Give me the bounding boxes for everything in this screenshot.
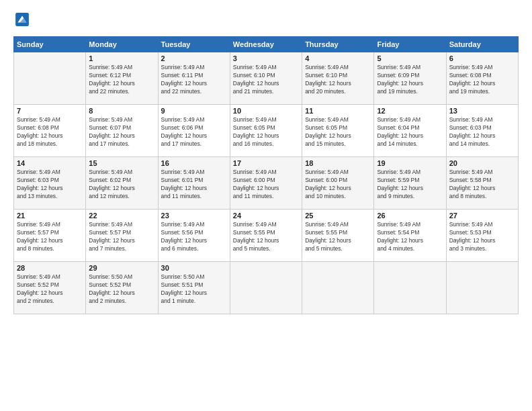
day-info: Sunrise: 5:49 AM Sunset: 6:00 PM Dayligh… — [305, 169, 371, 201]
col-header-monday: Monday — [86, 37, 158, 52]
calendar-cell: 3Sunrise: 5:49 AM Sunset: 6:10 PM Daylig… — [230, 52, 302, 105]
col-header-wednesday: Wednesday — [230, 37, 302, 52]
calendar-cell: 8Sunrise: 5:49 AM Sunset: 6:07 PM Daylig… — [86, 105, 158, 157]
day-info: Sunrise: 5:49 AM Sunset: 6:07 PM Dayligh… — [89, 116, 154, 148]
calendar-cell: 16Sunrise: 5:49 AM Sunset: 6:01 PM Dayli… — [158, 157, 230, 210]
calendar-cell: 15Sunrise: 5:49 AM Sunset: 6:02 PM Dayli… — [86, 157, 158, 210]
calendar-cell: 7Sunrise: 5:49 AM Sunset: 6:08 PM Daylig… — [14, 105, 86, 157]
day-info: Sunrise: 5:49 AM Sunset: 5:55 PM Dayligh… — [233, 221, 299, 253]
day-info: Sunrise: 5:49 AM Sunset: 5:58 PM Dayligh… — [449, 169, 515, 201]
calendar-cell: 13Sunrise: 5:49 AM Sunset: 6:03 PM Dayli… — [446, 105, 518, 157]
calendar-cell: 11Sunrise: 5:49 AM Sunset: 6:05 PM Dayli… — [302, 105, 374, 157]
day-number: 29 — [89, 264, 154, 272]
day-info: Sunrise: 5:50 AM Sunset: 5:51 PM Dayligh… — [161, 273, 227, 306]
calendar-cell: 18Sunrise: 5:49 AM Sunset: 6:00 PM Dayli… — [302, 157, 374, 210]
calendar-cell: 28Sunrise: 5:49 AM Sunset: 5:52 PM Dayli… — [14, 262, 86, 314]
day-number: 20 — [449, 159, 515, 167]
day-number: 28 — [17, 264, 83, 272]
calendar-cell: 25Sunrise: 5:49 AM Sunset: 5:55 PM Dayli… — [302, 210, 374, 262]
calendar-cell — [14, 52, 86, 105]
day-info: Sunrise: 5:49 AM Sunset: 6:08 PM Dayligh… — [17, 116, 83, 148]
day-info: Sunrise: 5:49 AM Sunset: 6:01 PM Dayligh… — [161, 169, 227, 201]
day-number: 21 — [17, 212, 83, 220]
day-info: Sunrise: 5:49 AM Sunset: 6:08 PM Dayligh… — [449, 64, 515, 96]
day-number: 27 — [449, 212, 515, 220]
day-number: 12 — [377, 107, 443, 115]
calendar-week-row: 14Sunrise: 5:49 AM Sunset: 6:03 PM Dayli… — [14, 157, 519, 210]
day-info: Sunrise: 5:49 AM Sunset: 5:59 PM Dayligh… — [377, 169, 443, 201]
calendar-cell: 10Sunrise: 5:49 AM Sunset: 6:05 PM Dayli… — [230, 105, 302, 157]
day-number: 8 — [89, 107, 154, 115]
col-header-thursday: Thursday — [302, 37, 374, 52]
day-info: Sunrise: 5:50 AM Sunset: 5:52 PM Dayligh… — [89, 273, 154, 306]
day-info: Sunrise: 5:49 AM Sunset: 6:03 PM Dayligh… — [17, 169, 83, 201]
calendar-cell: 9Sunrise: 5:49 AM Sunset: 6:06 PM Daylig… — [158, 105, 230, 157]
calendar-cell: 20Sunrise: 5:49 AM Sunset: 5:58 PM Dayli… — [446, 157, 518, 210]
calendar-cell: 23Sunrise: 5:49 AM Sunset: 5:56 PM Dayli… — [158, 210, 230, 262]
day-number: 24 — [233, 212, 299, 220]
day-number: 1 — [89, 54, 154, 62]
day-number: 11 — [305, 107, 371, 115]
day-info: Sunrise: 5:49 AM Sunset: 5:57 PM Dayligh… — [89, 221, 154, 253]
day-info: Sunrise: 5:49 AM Sunset: 6:11 PM Dayligh… — [161, 64, 227, 96]
day-number: 7 — [17, 107, 83, 115]
day-info: Sunrise: 5:49 AM Sunset: 6:06 PM Dayligh… — [161, 116, 227, 148]
calendar-week-row: 7Sunrise: 5:49 AM Sunset: 6:08 PM Daylig… — [14, 105, 519, 157]
calendar-cell: 2Sunrise: 5:49 AM Sunset: 6:11 PM Daylig… — [158, 52, 230, 105]
day-number: 30 — [161, 264, 227, 272]
day-number: 23 — [161, 212, 227, 220]
col-header-friday: Friday — [374, 37, 446, 52]
calendar-cell: 14Sunrise: 5:49 AM Sunset: 6:03 PM Dayli… — [14, 157, 86, 210]
day-info: Sunrise: 5:49 AM Sunset: 6:05 PM Dayligh… — [305, 116, 371, 148]
page-header — [13, 12, 519, 30]
day-info: Sunrise: 5:49 AM Sunset: 6:10 PM Dayligh… — [305, 64, 371, 96]
day-info: Sunrise: 5:49 AM Sunset: 6:04 PM Dayligh… — [377, 116, 443, 148]
calendar-week-row: 1Sunrise: 5:49 AM Sunset: 6:12 PM Daylig… — [14, 52, 519, 105]
col-header-sunday: Sunday — [14, 37, 86, 52]
day-number: 3 — [233, 54, 299, 62]
day-info: Sunrise: 5:49 AM Sunset: 6:03 PM Dayligh… — [449, 116, 515, 148]
day-info: Sunrise: 5:49 AM Sunset: 6:10 PM Dayligh… — [233, 64, 299, 96]
calendar-cell — [374, 262, 446, 314]
calendar-cell: 29Sunrise: 5:50 AM Sunset: 5:52 PM Dayli… — [86, 262, 158, 314]
calendar-cell: 12Sunrise: 5:49 AM Sunset: 6:04 PM Dayli… — [374, 105, 446, 157]
day-info: Sunrise: 5:49 AM Sunset: 6:02 PM Dayligh… — [89, 169, 154, 201]
calendar-table: SundayMondayTuesdayWednesdayThursdayFrid… — [13, 36, 519, 314]
day-info: Sunrise: 5:49 AM Sunset: 6:09 PM Dayligh… — [377, 64, 443, 96]
calendar-week-row: 28Sunrise: 5:49 AM Sunset: 5:52 PM Dayli… — [14, 262, 519, 314]
calendar-cell: 6Sunrise: 5:49 AM Sunset: 6:08 PM Daylig… — [446, 52, 518, 105]
day-number: 13 — [449, 107, 515, 115]
col-header-tuesday: Tuesday — [158, 37, 230, 52]
calendar-cell: 21Sunrise: 5:49 AM Sunset: 5:57 PM Dayli… — [14, 210, 86, 262]
day-info: Sunrise: 5:49 AM Sunset: 5:55 PM Dayligh… — [305, 221, 371, 253]
day-number: 5 — [377, 54, 443, 62]
calendar-cell — [446, 262, 518, 314]
day-number: 22 — [89, 212, 154, 220]
calendar-cell: 30Sunrise: 5:50 AM Sunset: 5:51 PM Dayli… — [158, 262, 230, 314]
calendar-cell — [302, 262, 374, 314]
calendar-cell: 24Sunrise: 5:49 AM Sunset: 5:55 PM Dayli… — [230, 210, 302, 262]
col-header-saturday: Saturday — [446, 37, 518, 52]
day-number: 18 — [305, 159, 371, 167]
calendar-cell: 4Sunrise: 5:49 AM Sunset: 6:10 PM Daylig… — [302, 52, 374, 105]
day-info: Sunrise: 5:49 AM Sunset: 5:53 PM Dayligh… — [449, 221, 515, 253]
day-number: 4 — [305, 54, 371, 62]
day-info: Sunrise: 5:49 AM Sunset: 5:57 PM Dayligh… — [17, 221, 83, 253]
calendar-week-row: 21Sunrise: 5:49 AM Sunset: 5:57 PM Dayli… — [14, 210, 519, 262]
day-info: Sunrise: 5:49 AM Sunset: 5:56 PM Dayligh… — [161, 221, 227, 253]
day-info: Sunrise: 5:49 AM Sunset: 5:54 PM Dayligh… — [377, 221, 443, 253]
calendar-cell: 27Sunrise: 5:49 AM Sunset: 5:53 PM Dayli… — [446, 210, 518, 262]
day-number: 10 — [233, 107, 299, 115]
calendar-cell: 5Sunrise: 5:49 AM Sunset: 6:09 PM Daylig… — [374, 52, 446, 105]
day-number: 9 — [161, 107, 227, 115]
day-number: 25 — [305, 212, 371, 220]
day-info: Sunrise: 5:49 AM Sunset: 6:05 PM Dayligh… — [233, 116, 299, 148]
day-number: 26 — [377, 212, 443, 220]
day-info: Sunrise: 5:49 AM Sunset: 6:00 PM Dayligh… — [233, 169, 299, 201]
calendar-cell: 1Sunrise: 5:49 AM Sunset: 6:12 PM Daylig… — [86, 52, 158, 105]
day-number: 17 — [233, 159, 299, 167]
day-number: 6 — [449, 54, 515, 62]
day-number: 14 — [17, 159, 83, 167]
day-info: Sunrise: 5:49 AM Sunset: 5:52 PM Dayligh… — [17, 273, 83, 306]
day-info: Sunrise: 5:49 AM Sunset: 6:12 PM Dayligh… — [89, 64, 154, 96]
